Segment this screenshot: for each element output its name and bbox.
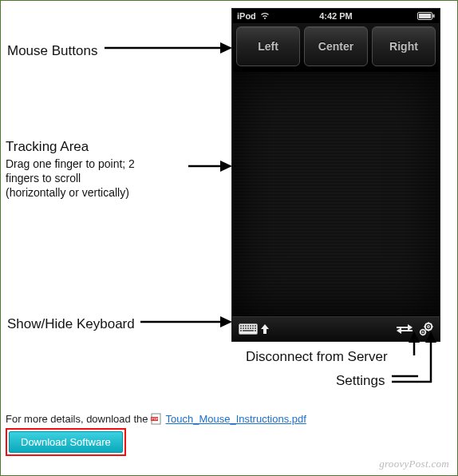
arrow-up-icon: [261, 324, 269, 334]
svg-line-28: [431, 329, 432, 330]
svg-rect-6: [245, 325, 247, 327]
svg-line-27: [425, 323, 426, 324]
ipod-screen: iPod 4:42 PM Left Center Right: [231, 8, 440, 342]
svg-rect-12: [243, 327, 244, 329]
download-software-button[interactable]: Download Software: [9, 431, 123, 453]
svg-marker-40: [220, 161, 232, 172]
svg-line-30: [425, 329, 426, 330]
svg-marker-46: [425, 331, 436, 343]
left-mouse-button[interactable]: Left: [236, 26, 300, 66]
arrow-settings-elbow: [392, 376, 432, 387]
svg-rect-1: [433, 14, 435, 18]
arrow-settings: [421, 331, 440, 383]
watermark: groovyPost.com: [379, 458, 449, 470]
label-tracking-sub: Drag one finger to point; 2 fingers to s…: [6, 157, 189, 200]
svg-rect-16: [252, 327, 254, 329]
svg-rect-7: [247, 325, 249, 327]
keyboard-icon: [239, 323, 258, 335]
label-mouse-buttons: Mouse Buttons: [7, 43, 97, 59]
right-mouse-button[interactable]: Right: [372, 26, 436, 66]
arrow-mouse-buttons: [105, 38, 232, 58]
tracking-area[interactable]: [232, 71, 440, 316]
label-settings: Settings: [336, 373, 385, 389]
svg-marker-44: [409, 331, 420, 343]
svg-rect-10: [255, 325, 256, 327]
svg-rect-13: [245, 327, 247, 329]
svg-text:PDF: PDF: [152, 417, 159, 421]
mouse-buttons-row: Left Center Right: [232, 23, 440, 71]
svg-rect-9: [252, 325, 254, 327]
center-mouse-button[interactable]: Center: [304, 26, 368, 66]
details-prefix: For more details, download the: [6, 413, 148, 425]
svg-rect-17: [255, 327, 256, 329]
label-keyboard: Show/Hide Keyboard: [7, 316, 135, 332]
svg-marker-42: [220, 316, 232, 327]
keyboard-toggle-button[interactable]: [239, 323, 269, 335]
status-bar: iPod 4:42 PM: [232, 9, 440, 23]
battery-icon: [417, 12, 435, 20]
download-highlight: Download Software: [6, 428, 126, 456]
svg-rect-2: [419, 14, 431, 18]
svg-rect-15: [250, 327, 251, 329]
label-tracking-title: Tracking Area: [6, 139, 189, 155]
svg-rect-8: [250, 325, 251, 327]
arrow-keyboard: [140, 312, 232, 331]
svg-line-29: [431, 323, 432, 324]
pdf-icon: PDF: [151, 413, 162, 425]
svg-rect-5: [243, 325, 244, 327]
svg-rect-14: [247, 327, 249, 329]
svg-rect-20: [255, 330, 256, 331]
pdf-link[interactable]: Touch_Mouse_Instructions.pdf: [165, 413, 306, 425]
svg-rect-4: [240, 325, 242, 327]
svg-rect-11: [240, 327, 242, 329]
arrow-tracking: [188, 157, 232, 176]
svg-point-22: [428, 326, 430, 328]
label-tracking-area: Tracking Area Drag one finger to point; …: [6, 139, 189, 200]
svg-rect-18: [240, 330, 242, 331]
clock-label: 4:42 PM: [232, 11, 440, 21]
details-line: For more details, download the PDF Touch…: [6, 413, 306, 425]
svg-rect-19: [243, 330, 254, 331]
label-disconnect: Disconnect from Server: [246, 349, 388, 365]
svg-marker-38: [220, 42, 232, 54]
